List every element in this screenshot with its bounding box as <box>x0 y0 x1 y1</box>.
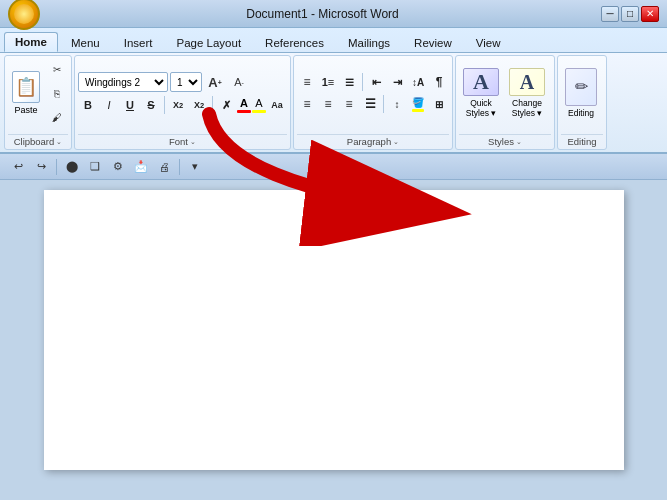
font-color-bar <box>237 110 251 113</box>
font-divider2 <box>212 96 213 114</box>
multilevel-list-button[interactable]: ☰ <box>339 72 359 92</box>
paste-icon: 📋 <box>12 71 40 103</box>
para-row1: ≡ 1≡ ☰ ⇤ ⇥ ↕A ¶ <box>297 72 449 92</box>
styles-group: A QuickStyles ▾ A ChangeStyles ▾ <box>455 55 555 150</box>
paragraph-label: Paragraph ⌄ <box>297 134 449 149</box>
shrink-font-button[interactable]: A- <box>228 71 250 93</box>
document-page[interactable] <box>44 190 624 470</box>
close-button[interactable]: ✕ <box>641 6 659 22</box>
qa-dropdown[interactable]: ▾ <box>185 157 205 177</box>
quick-styles-icon: A <box>463 68 499 96</box>
paste-label: Paste <box>14 105 37 115</box>
tab-references[interactable]: References <box>254 33 335 52</box>
subscript-button[interactable]: X2 <box>168 95 188 115</box>
cut-button[interactable]: ✂ <box>46 58 68 80</box>
para-expand-icon[interactable]: ⌄ <box>393 138 399 146</box>
qa-btn2[interactable]: ❑ <box>85 157 105 177</box>
title-bar: Document1 - Microsoft Word ─ □ ✕ <box>0 0 667 28</box>
line-spacing-button[interactable]: ↕ <box>387 94 407 114</box>
clipboard-label: Clipboard ⌄ <box>8 134 68 149</box>
copy-button[interactable]: ⎘ <box>46 82 68 104</box>
borders-button[interactable]: ⊞ <box>429 94 449 114</box>
align-left-button[interactable]: ≡ <box>297 94 317 114</box>
para-div1 <box>362 73 363 91</box>
qa-btn1[interactable]: ⬤ <box>62 157 82 177</box>
clear-format-button[interactable]: ✗ <box>216 95 236 115</box>
window-controls: ─ □ ✕ <box>601 6 659 22</box>
ribbon-body: 📋 Paste ✂ ⎘ 🖌 Clipboard ⌄ <box>0 52 667 152</box>
quick-access-toolbar: ↩ ↪ ⬤ ❑ ⚙ 📩 🖨 ▾ <box>0 154 667 180</box>
para-section: ≡ 1≡ ☰ ⇤ ⇥ ↕A ¶ ≡ ≡ ≡ <box>297 72 449 114</box>
qa-btn3[interactable]: ⚙ <box>108 157 128 177</box>
document-area <box>0 180 667 500</box>
editing-label: Editing <box>568 108 594 118</box>
clipboard-expand-icon[interactable]: ⌄ <box>56 138 62 146</box>
font-color-btn-wrap[interactable]: A <box>237 97 251 113</box>
maximize-button[interactable]: □ <box>621 6 639 22</box>
increase-indent-button[interactable]: ⇥ <box>387 72 407 92</box>
redo-button[interactable]: ↪ <box>31 157 51 177</box>
qa-btn4[interactable]: 📩 <box>131 157 151 177</box>
qa-separator2 <box>179 159 180 175</box>
paste-button[interactable]: 📋 Paste <box>8 69 44 117</box>
menu-tabs: Home Menu Insert Page Layout References … <box>0 28 667 52</box>
font-content: Wingdings 2 11 A+ A- B I U S <box>78 58 287 132</box>
para-div2 <box>383 95 384 113</box>
ribbon: Home Menu Insert Page Layout References … <box>0 28 667 154</box>
font-selects: Wingdings 2 11 A+ A- <box>78 71 287 93</box>
minimize-button[interactable]: ─ <box>601 6 619 22</box>
format-painter-button[interactable]: 🖌 <box>46 106 68 128</box>
clipboard-small-btns: ✂ ⎘ 🖌 <box>46 58 68 128</box>
justify-button[interactable]: ☰ <box>360 94 380 114</box>
font-size-select[interactable]: 11 <box>170 72 202 92</box>
office-button[interactable] <box>8 0 40 30</box>
numbering-button[interactable]: 1≡ <box>318 72 338 92</box>
italic-button[interactable]: I <box>99 95 119 115</box>
quick-styles-button[interactable]: A QuickStyles ▾ <box>459 67 503 119</box>
tab-review[interactable]: Review <box>403 33 463 52</box>
decrease-indent-button[interactable]: ⇤ <box>366 72 386 92</box>
tab-home[interactable]: Home <box>4 32 58 52</box>
font-name-select[interactable]: Wingdings 2 <box>78 72 168 92</box>
align-right-button[interactable]: ≡ <box>339 94 359 114</box>
styles-content: A QuickStyles ▾ A ChangeStyles ▾ <box>459 58 551 132</box>
styles-label: Styles ⌄ <box>459 134 551 149</box>
strikethrough-button[interactable]: S <box>141 95 161 115</box>
grow-font-button[interactable]: A+ <box>204 71 226 93</box>
clipboard-content: 📋 Paste ✂ ⎘ 🖌 <box>8 58 68 132</box>
text-highlight-btn-wrap[interactable]: A <box>252 97 266 113</box>
editing-label-group: Editing <box>561 134 603 149</box>
font-expand-icon[interactable]: ⌄ <box>190 138 196 146</box>
styles-expand-icon[interactable]: ⌄ <box>516 138 522 146</box>
change-case-button[interactable]: Aa <box>267 95 287 115</box>
tab-insert[interactable]: Insert <box>113 33 164 52</box>
change-styles-button[interactable]: A ChangeStyles ▾ <box>505 67 549 119</box>
para-row2: ≡ ≡ ≡ ☰ ↕ 🪣 ⊞ <box>297 94 449 114</box>
editing-button[interactable]: ✏ Editing <box>561 67 601 119</box>
align-center-button[interactable]: ≡ <box>318 94 338 114</box>
tab-view[interactable]: View <box>465 33 512 52</box>
window-title: Document1 - Microsoft Word <box>44 7 601 21</box>
tab-page-layout[interactable]: Page Layout <box>166 33 253 52</box>
qa-btn5[interactable]: 🖨 <box>154 157 174 177</box>
sort-button[interactable]: ↕A <box>408 72 428 92</box>
clipboard-group: 📋 Paste ✂ ⎘ 🖌 Clipboard ⌄ <box>4 55 72 150</box>
bullets-button[interactable]: ≡ <box>297 72 317 92</box>
bold-button[interactable]: B <box>78 95 98 115</box>
clipboard-section: 📋 Paste <box>8 69 44 117</box>
font-divider <box>164 96 165 114</box>
show-hide-button[interactable]: ¶ <box>429 72 449 92</box>
editing-group: ✏ Editing Editing <box>557 55 607 150</box>
editing-pen-icon: ✏ <box>575 77 588 96</box>
font-group: Wingdings 2 11 A+ A- B I U S <box>74 55 291 150</box>
fill-color-button[interactable]: 🪣 <box>408 94 428 114</box>
quick-styles-label: QuickStyles ▾ <box>466 98 497 118</box>
undo-button[interactable]: ↩ <box>8 157 28 177</box>
tab-menu[interactable]: Menu <box>60 33 111 52</box>
font-label: Font ⌄ <box>78 134 287 149</box>
superscript-button[interactable]: X2 <box>189 95 209 115</box>
underline-button[interactable]: U <box>120 95 140 115</box>
editing-icon-box: ✏ <box>565 68 597 106</box>
tab-mailings[interactable]: Mailings <box>337 33 401 52</box>
fill-color-bar <box>412 109 424 112</box>
